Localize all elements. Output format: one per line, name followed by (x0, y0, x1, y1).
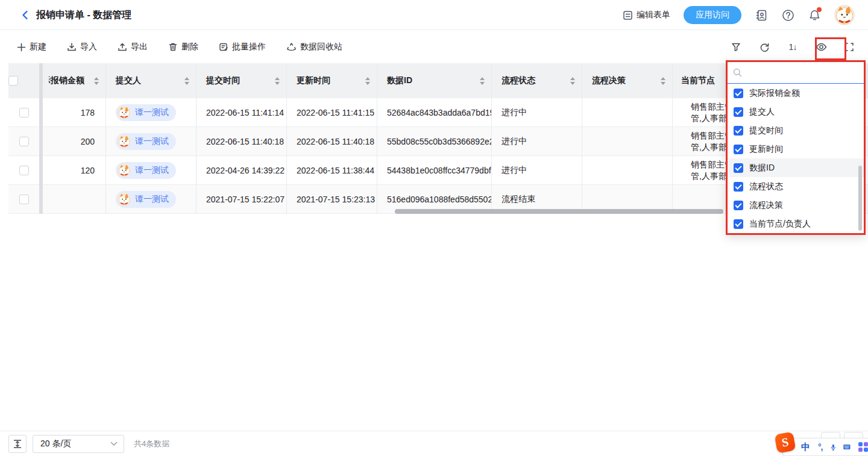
checked-checkbox[interactable] (734, 182, 743, 192)
filter-button[interactable] (728, 39, 744, 55)
horizontal-scrollbar[interactable] (395, 209, 723, 214)
row-checkbox[interactable] (19, 166, 29, 175)
column-header-amount[interactable]: 际报销金额 (39, 63, 106, 98)
submitter-cell: 谭一测试 (106, 127, 197, 155)
column-option[interactable]: 提交人 (728, 102, 864, 121)
row-checkbox[interactable] (19, 108, 29, 117)
checked-checkbox[interactable] (734, 107, 743, 117)
back-button[interactable] (18, 8, 33, 22)
address-book-icon (755, 9, 768, 22)
contacts-button[interactable] (755, 8, 768, 22)
select-all-cell (8, 63, 39, 98)
submitter-avatar (118, 135, 131, 148)
column-header-submitter[interactable]: 提交人 (106, 63, 197, 98)
submitter-name: 谭一测试 (135, 136, 169, 147)
column-visibility-button[interactable] (813, 39, 829, 55)
sort-arrows-icon[interactable] (93, 77, 99, 86)
checked-checkbox[interactable] (734, 145, 743, 154)
column-label: 当前节点 (681, 75, 715, 86)
sort-arrows-icon[interactable] (184, 77, 190, 86)
new-label: 新建 (30, 42, 46, 52)
data-id-cell: 52684ac843b3adda6a7bd19a (377, 98, 492, 126)
submitter-chip[interactable]: 谭一测试 (116, 162, 176, 179)
virtual-keyboard-icon[interactable] (843, 443, 851, 451)
checked-checkbox[interactable] (734, 219, 743, 229)
column-option[interactable]: 提交时间 (728, 121, 864, 140)
page-size-select[interactable]: 20 条/页 (33, 435, 124, 453)
row-select-cell (8, 185, 39, 213)
submitter-chip[interactable]: 谭一测试 (116, 104, 176, 121)
cat-avatar-icon (118, 135, 131, 148)
cat-avatar-icon (834, 5, 855, 25)
sort-arrows-icon[interactable] (274, 77, 280, 86)
column-option[interactable]: 更新时间 (728, 140, 864, 158)
submitter-chip[interactable]: 谭一测试 (116, 191, 176, 208)
export-label: 导出 (131, 42, 148, 52)
column-option-label: 提交人 (749, 107, 775, 117)
submitter-cell: 谭一测试 (106, 98, 197, 126)
row-checkbox[interactable] (19, 137, 29, 146)
import-label: 导入 (80, 42, 97, 52)
delete-button[interactable]: 删除 (168, 42, 198, 52)
submitter-avatar (118, 193, 131, 206)
panel-scrollbar[interactable] (858, 166, 862, 231)
submitter-cell: 谭一测试 (106, 185, 197, 213)
recycle-bin-button[interactable]: 数据回收站 (286, 42, 342, 52)
app-window: 报销申请单 - 数据管理 编辑表单 应用访问 (0, 0, 868, 456)
app-access-button[interactable]: 应用访问 (684, 6, 741, 24)
decision-cell (582, 127, 673, 155)
chevron-down-icon (110, 442, 118, 446)
import-button[interactable]: 导入 (67, 42, 97, 52)
batch-actions-button[interactable]: 批量操作 (219, 42, 266, 52)
column-option[interactable]: 实际报销金额 (728, 84, 864, 102)
column-header-status[interactable]: 流程状态 (492, 63, 582, 98)
column-header-update-time[interactable]: 更新时间 (287, 63, 377, 98)
fullscreen-button[interactable] (841, 39, 857, 55)
column-label: 流程决策 (592, 75, 626, 86)
checked-checkbox[interactable] (734, 89, 743, 98)
edit-form-button[interactable]: 编辑表单 (623, 10, 670, 20)
ime-menu-icon[interactable] (858, 442, 868, 452)
new-button[interactable]: 新建 (17, 42, 46, 52)
row-select-cell (8, 156, 39, 184)
update-time-cell: 2022-06-15 11:40:18 (287, 127, 377, 155)
column-header-data-id[interactable]: 数据ID (377, 63, 492, 98)
sogou-ime-logo[interactable]: S (775, 432, 796, 454)
checked-checkbox[interactable] (734, 163, 743, 173)
sort-arrows-icon[interactable] (479, 77, 485, 86)
column-option[interactable]: 当前节点/负责人 (728, 214, 864, 233)
notifications-button[interactable] (808, 8, 821, 22)
row-checkbox[interactable] (19, 195, 29, 204)
checked-checkbox[interactable] (734, 126, 743, 136)
question-icon (782, 9, 794, 22)
microphone-icon[interactable] (831, 442, 836, 452)
column-header-decision[interactable]: 流程决策 (582, 63, 673, 98)
sort-arrows-icon[interactable] (660, 77, 666, 86)
column-option[interactable]: 流程决策 (728, 196, 864, 214)
submit-time-cell: 2021-07-15 15:22:07 (197, 185, 287, 213)
submitter-chip[interactable]: 谭一测试 (116, 133, 176, 150)
column-option[interactable]: 流程状态 (728, 177, 864, 196)
sort-arrows-icon[interactable] (570, 77, 576, 86)
user-avatar[interactable] (834, 5, 855, 25)
batch-label: 批量操作 (232, 42, 266, 52)
update-time-cell: 2022-06-15 11:41:15 (287, 98, 377, 126)
submit-time-cell: 2022-04-26 14:39:22 (197, 156, 287, 184)
refresh-button[interactable] (756, 39, 772, 55)
column-header-submit-time[interactable]: 提交时间 (197, 63, 287, 98)
ime-punctuation-toggle[interactable]: °, (818, 442, 823, 452)
column-option[interactable]: 数据ID (728, 158, 864, 177)
sort-button[interactable]: 1↓ (785, 39, 800, 55)
column-search-input[interactable] (728, 62, 864, 84)
submitter-name: 谭一测试 (135, 165, 169, 176)
ime-language-toggle[interactable]: 中 (801, 442, 810, 453)
sort-arrows-icon[interactable] (365, 77, 371, 86)
column-option-label: 当前节点/负责人 (749, 219, 811, 230)
export-button[interactable]: 导出 (118, 42, 148, 52)
checked-checkbox[interactable] (734, 201, 743, 210)
submit-time-cell: 2022-06-15 11:41:14 (197, 98, 287, 126)
notification-dot (817, 7, 822, 12)
row-height-button[interactable] (8, 435, 27, 453)
help-button[interactable] (781, 8, 794, 22)
select-all-checkbox[interactable] (8, 76, 18, 86)
